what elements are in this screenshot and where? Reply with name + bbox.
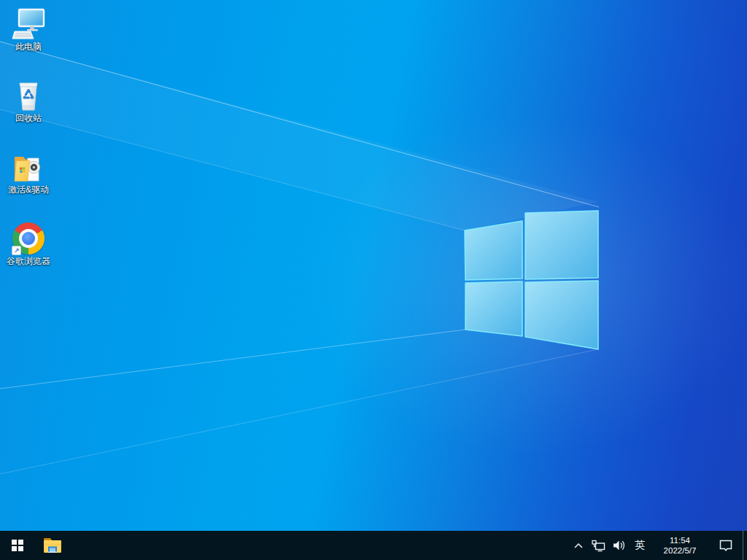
- chevron-up-icon: [573, 542, 584, 549]
- desktop-icon-label: 回收站: [15, 113, 42, 123]
- show-hidden-icons-button[interactable]: [569, 531, 588, 560]
- ime-indicator-label: 英: [635, 539, 645, 552]
- speaker-volume-icon: [612, 540, 626, 551]
- file-explorer-icon: [43, 537, 62, 553]
- windows-logo-pane-bottom-right: [525, 281, 598, 349]
- desktop-icon-activation-drivers[interactable]: 激活&驱动: [0, 150, 57, 197]
- desktop-icon-this-pc[interactable]: 此电脑: [0, 7, 57, 54]
- action-center-button[interactable]: [709, 531, 743, 560]
- wallpaper-light-rays-and-logo: [0, 0, 747, 560]
- volume-button[interactable]: [608, 531, 629, 560]
- clock-date: 2022/5/7: [664, 545, 697, 556]
- windows-logo-pane-top-right: [525, 211, 598, 279]
- desktop-icon-google-chrome[interactable]: ↗ 谷歌浏览器: [0, 222, 57, 268]
- desktop-icon-column: 此电脑 回收站: [0, 7, 57, 268]
- network-status-button[interactable]: [588, 531, 608, 560]
- file-explorer-button[interactable]: [35, 531, 70, 560]
- recycle-bin-icon: [12, 79, 45, 112]
- desktop-icon-recycle-bin[interactable]: 回收站: [0, 79, 57, 125]
- this-pc-icon: [12, 7, 45, 41]
- notification-bubble-icon: [717, 537, 735, 554]
- taskbar: 英 11:54 2022/5/7: [0, 531, 747, 560]
- activation-drivers-folder-icon: [12, 150, 45, 184]
- ime-language-indicator[interactable]: 英: [629, 531, 651, 560]
- clock[interactable]: 11:54 2022/5/7: [651, 531, 709, 560]
- clock-time: 11:54: [670, 535, 690, 545]
- show-desktop-button[interactable]: [743, 531, 747, 560]
- desktop-wallpaper: [0, 0, 747, 560]
- taskbar-empty-area: [70, 531, 569, 560]
- windows-logo-pane-bottom-left: [465, 281, 522, 336]
- desktop-icon-label: 谷歌浏览器: [7, 256, 50, 266]
- desktop-icon-label: 此电脑: [15, 42, 42, 52]
- desktop-icon-label: 激活&驱动: [8, 184, 49, 195]
- system-tray: 英 11:54 2022/5/7: [569, 531, 747, 560]
- windows-desktop-screen: 此电脑 回收站: [0, 0, 747, 560]
- start-button[interactable]: [0, 531, 35, 560]
- windows-logo-pane-top-left: [465, 221, 522, 280]
- windows-logo-icon: [12, 540, 23, 551]
- ethernet-network-icon: [591, 540, 605, 552]
- shortcut-arrow-icon: ↗: [12, 246, 21, 255]
